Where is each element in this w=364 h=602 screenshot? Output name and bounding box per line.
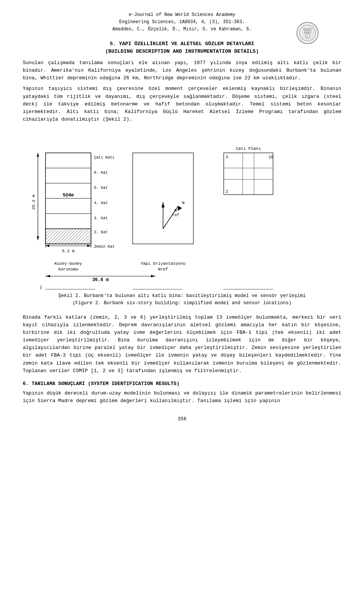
svg-rect-22	[46, 229, 91, 244]
svg-text:ACADEMY: ACADEMY	[304, 32, 311, 34]
svg-text:Nref: Nref	[158, 267, 168, 272]
page-number: 356	[23, 416, 341, 422]
svg-text:Zemin Kat: Zemin Kat	[94, 245, 115, 249]
figure-2: 25.2 m 5.2 m 5@4m	[23, 130, 341, 307]
svg-text:Catı Planı: Catı Planı	[236, 146, 261, 151]
header-line3: Amaddeo, C., Özçelik, Ö., Mısır, S. ve K…	[23, 26, 341, 33]
svg-text:5@4m: 5@4m	[63, 193, 74, 198]
section6-title: 6. TANILAMA SONUÇLARI (SYSTEM IDENTIFICA…	[23, 381, 341, 387]
svg-marker-13	[46, 245, 49, 247]
svg-rect-34	[133, 153, 193, 244]
svg-marker-8	[37, 236, 39, 240]
svg-marker-55	[151, 275, 155, 277]
svg-text:5.2 m: 5.2 m	[62, 249, 74, 253]
paragraph-2: Yapının taşıyıcı sistemi dış çevresine ö…	[23, 85, 341, 123]
svg-marker-41	[162, 202, 165, 207]
paragraph-section6: Yapının düşük dereceli durum-uzay modeli…	[23, 390, 341, 405]
svg-rect-44	[224, 153, 273, 195]
svg-text:Gorunumu: Gorunumu	[58, 267, 78, 272]
svg-text:6. Kat: 6. Kat	[94, 171, 108, 175]
svg-marker-14	[87, 245, 91, 247]
header-line2: Engineering Sciences, 1A0034, 4, (3), 35…	[23, 19, 341, 26]
svg-text:10: 10	[268, 155, 273, 159]
svg-marker-54	[46, 275, 50, 277]
section5-title: 5. YAPI ÖZELLİKLERİ VE ALETSEL GÖZLEM DE…	[23, 40, 341, 56]
svg-text:N: N	[174, 209, 177, 213]
section5-title-line2: (BUILDING DESCRIPTION AND INSTRUMENTATIO…	[23, 48, 341, 55]
svg-text:5. Kat: 5. Kat	[94, 186, 108, 190]
figure-caption-line1: Şekil 2. Burbank'ta bulunan altı katlı b…	[23, 292, 341, 300]
svg-text:N: N	[182, 201, 185, 205]
section5-title-line1: 5. YAPI ÖZELLİKLERİ VE ALETSEL GÖZLEM DE…	[23, 40, 341, 48]
svg-text:Yapı Oriyantasyonu: Yapı Oriyantasyonu	[141, 261, 186, 266]
figure-caption: Şekil 2. Burbank'ta bulunan altı katlı b…	[23, 292, 341, 307]
svg-text:Kuzey-Guney: Kuzey-Guney	[55, 261, 82, 266]
logo: NEW WORLD SCIENCES ACADEMY ★	[297, 22, 319, 45]
svg-text:★: ★	[307, 36, 308, 38]
svg-text:3. Kat: 3. Kat	[94, 216, 108, 220]
svg-text:2. Kat: 2. Kat	[94, 230, 108, 234]
svg-text:ref: ref	[173, 213, 179, 217]
paragraph-3: Binada farklı katlara (zemin, 2, 3 ve 6)…	[23, 314, 341, 375]
header-line1: e-Journal of New World Sciences Academy	[23, 11, 341, 19]
svg-text:Çatı Katı: Çatı Katı	[94, 156, 115, 160]
svg-text:4. Kat: 4. Kat	[94, 201, 108, 205]
page-header: e-Journal of New World Sciences Academy …	[23, 11, 341, 33]
svg-text:2: 2	[226, 189, 228, 194]
svg-text:3: 3	[226, 155, 228, 159]
svg-text:36.6 m: 36.6 m	[92, 277, 108, 283]
figure-svg: 25.2 m 5.2 m 5@4m	[27, 130, 337, 289]
svg-text:25.2 m: 25.2 m	[31, 195, 36, 210]
paragraph-1: Sunulan çalışmada tanılama sonuçları ele…	[23, 59, 341, 82]
svg-marker-7	[37, 153, 39, 157]
svg-text:SCIENCES: SCIENCES	[304, 30, 311, 32]
figure-caption-line2: (Figure 2. Burbank six-story building: s…	[23, 300, 341, 307]
svg-text:NEW WORLD: NEW WORLD	[303, 28, 312, 30]
